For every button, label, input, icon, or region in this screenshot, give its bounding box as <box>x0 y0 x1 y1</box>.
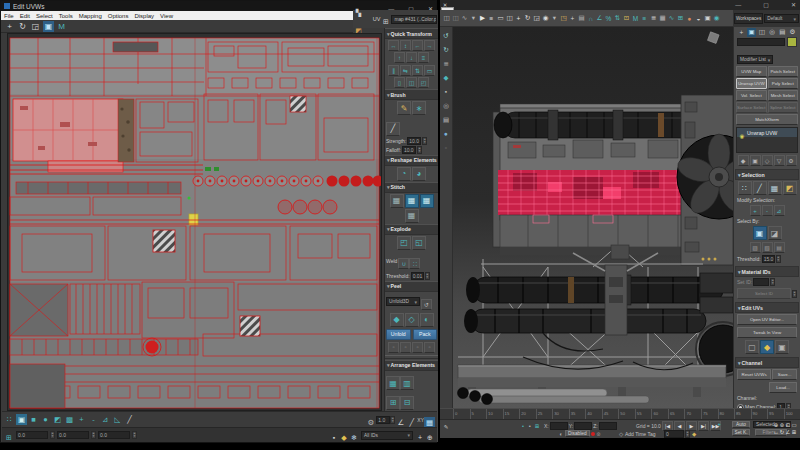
material-sphere-icon[interactable]: ● <box>442 129 451 138</box>
falloff-spinner[interactable] <box>417 146 422 154</box>
curve-editor-icon[interactable]: ∿ <box>667 12 676 24</box>
seam-edit-icon[interactable]: ▫ <box>400 342 411 353</box>
next-frame-icon[interactable]: ▶| <box>698 421 709 431</box>
uv-vertex-mode-icon[interactable]: ∷ <box>4 414 15 425</box>
render-frame-icon[interactable]: ▣ <box>703 12 712 24</box>
load-uvs-button[interactable]: Load... <box>769 382 797 393</box>
pack-normalize-icon[interactable]: ▦ <box>386 376 400 390</box>
layers-icon[interactable]: ≣ <box>442 59 451 68</box>
rotate-tool-icon[interactable]: ↻ <box>17 21 28 32</box>
align-icon[interactable]: ≡ <box>640 12 649 24</box>
stitch-to-average-icon[interactable]: ▦ <box>420 194 434 208</box>
use-pivot-center-icon[interactable]: ◳ <box>559 12 568 24</box>
select-and-place-icon[interactable]: ◉ <box>541 12 550 24</box>
peel-mode-icon[interactable]: ◇ <box>405 313 419 327</box>
relax-brush-icon[interactable]: ∗ <box>412 101 426 115</box>
keyboard-override-icon[interactable]: ▤ <box>577 12 586 24</box>
straighten-icon[interactable]: ◫ <box>406 77 417 88</box>
modifier-stack[interactable]: ◉ Unwrap UVW <box>736 127 798 153</box>
uv-element-toggle-icon[interactable]: ● <box>40 414 51 425</box>
weld-threshold-field[interactable]: 0.01 <box>411 272 424 280</box>
align-element-icon[interactable]: ◰ <box>418 77 429 88</box>
modifier-button-mesh-select[interactable]: Mesh Select <box>768 90 799 101</box>
set-keys-button[interactable]: + <box>716 420 722 427</box>
filter-freeze-icon[interactable]: ❄ <box>349 433 359 443</box>
selection-threshold-spinner[interactable] <box>776 255 781 263</box>
strength-spinner[interactable] <box>422 137 427 145</box>
menu-item-select[interactable]: Select <box>36 13 53 19</box>
select-loop-cp-icon[interactable]: ⊿ <box>774 205 785 216</box>
paint-brush-icon[interactable]: ╱ <box>386 122 400 136</box>
add-time-tag-label[interactable]: Add Time Tag <box>625 431 655 437</box>
pan-view-icon[interactable]: + <box>415 433 425 443</box>
reset-uvws-button[interactable]: Reset UVWs <box>737 369 771 380</box>
mirror-icon[interactable]: M <box>631 12 640 24</box>
adaptive-degradation-icon[interactable]: ◐ <box>558 430 564 437</box>
planar-angle-toggle-icon[interactable]: ▣ <box>753 226 767 240</box>
shrink-selection-icon[interactable]: - <box>88 414 99 425</box>
modifier-button-uvw-map[interactable]: UVW Map <box>736 66 767 77</box>
auto-key-button[interactable]: Auto <box>732 421 750 428</box>
modifier-button-matchxform[interactable]: MatchXform <box>736 114 798 125</box>
select-object-icon[interactable]: ▶ <box>478 12 487 24</box>
model-wall-module[interactable] <box>493 104 695 255</box>
falloff-field[interactable]: 10.0 <box>402 146 416 154</box>
rectangular-selection-icon[interactable]: ▭ <box>496 12 505 24</box>
angle-snap-icon[interactable]: ∠ <box>595 12 604 24</box>
show-checker-icon[interactable]: ▚ <box>354 9 363 18</box>
selection-threshold-field[interactable]: 15.0 <box>762 255 775 263</box>
timeline-track-bar[interactable]: 0510152025303540455055606570758085909510… <box>440 408 800 419</box>
viewcube[interactable] <box>708 32 720 44</box>
snap-settings-icon[interactable]: ⚙ <box>365 417 376 428</box>
display-tab-icon[interactable]: ▤ <box>778 28 787 37</box>
object-name-field[interactable] <box>737 38 785 46</box>
window-crossing-icon[interactable]: ◫ <box>505 12 514 24</box>
v-coordinate-field[interactable]: 0.0 <box>57 431 89 439</box>
menu-item-options[interactable]: Options <box>108 13 129 19</box>
spinner-snap-icon[interactable]: ⇅ <box>613 12 622 24</box>
modifier-button-patch-select[interactable]: Patch Select <box>768 66 799 77</box>
align-left-icon[interactable]: ← <box>412 40 423 51</box>
move-tool-icon[interactable]: + <box>4 21 15 32</box>
select-id-button[interactable]: Select ID <box>737 288 791 299</box>
layer-explorer-icon[interactable]: ≣ <box>649 12 658 24</box>
time-tag-icon[interactable]: ◇ <box>618 430 624 437</box>
uvw-reset-icon-icon[interactable]: ▣ <box>775 340 789 354</box>
perspective-viewport[interactable] <box>453 27 733 408</box>
close-main-icon[interactable]: ✕ <box>791 1 796 8</box>
v-spinner[interactable] <box>91 431 96 439</box>
render-production-icon[interactable]: ◉ <box>712 12 721 24</box>
seam-convert-icon[interactable]: ▫ <box>412 342 423 353</box>
mirror-tool-icon[interactable]: M <box>56 21 67 32</box>
select-and-link-icon[interactable]: ◫ <box>442 12 451 24</box>
weld-threshold-spinner[interactable] <box>425 272 430 280</box>
align-bottom-icon[interactable]: ↓ <box>406 52 417 63</box>
move-brush-icon[interactable]: ✎ <box>397 101 411 115</box>
menu-item-view[interactable]: View <box>160 13 173 19</box>
utilities-tab-icon[interactable]: ⚙ <box>788 28 797 37</box>
align-vertical-icon[interactable]: ↕ <box>400 40 411 51</box>
maximize-viewport-icon[interactable]: ⊞ <box>791 428 797 435</box>
menu-item-mapping[interactable]: Mapping <box>79 13 102 19</box>
absolute-mode-icon[interactable]: ⊞ <box>534 422 540 429</box>
brush-header[interactable]: Brush <box>385 89 438 100</box>
set-key-button[interactable]: Set K. <box>732 429 750 436</box>
edit-uvs-rollout-header[interactable]: Edit UVs <box>735 302 799 313</box>
quick-transform-header[interactable]: Quick Transform <box>385 28 438 39</box>
coord-lock-icon[interactable]: ▪ <box>527 422 533 429</box>
graphite-ribbon-icon[interactable]: ▦ <box>658 12 667 24</box>
frame-spinner[interactable] <box>685 430 690 438</box>
zoom-view-icon[interactable]: ⊕ <box>425 433 435 443</box>
tweak-in-view-button[interactable]: Tweak In View <box>737 327 797 338</box>
model-launcher-assembly[interactable] <box>458 245 734 405</box>
absolute-typein-icon[interactable]: ⊞ <box>4 433 14 443</box>
create-key-plus-icon[interactable]: + <box>716 420 722 427</box>
align-top-icon[interactable]: ↑ <box>394 52 405 63</box>
isolate-toggle-icon[interactable]: ◎ <box>442 101 451 110</box>
remove-modifier-icon[interactable]: ▽ <box>774 155 785 166</box>
model-fan-unit[interactable] <box>675 95 733 265</box>
menu-item-file[interactable]: File <box>4 13 14 19</box>
lock-toggle-icon[interactable]: ▪ <box>442 87 451 96</box>
distribute-icon[interactable]: ⇅ <box>412 65 423 76</box>
percent-snap-icon[interactable]: % <box>604 12 613 24</box>
